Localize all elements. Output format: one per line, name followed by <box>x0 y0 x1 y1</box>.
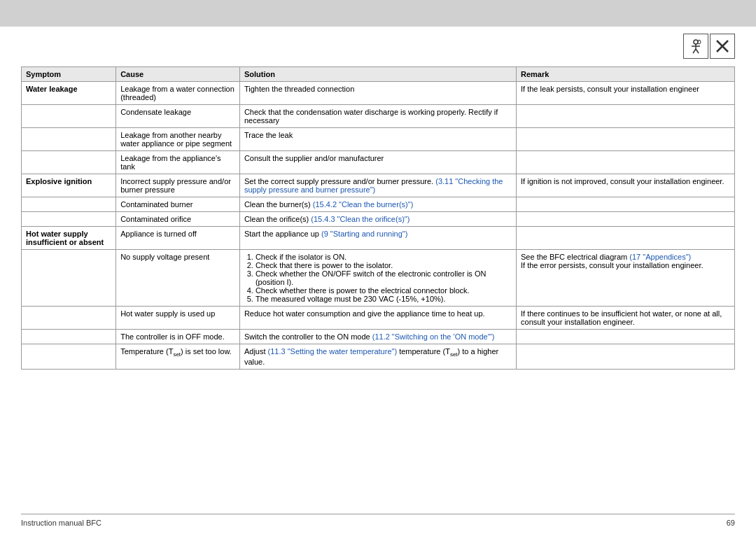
solution-cell: Trace the leak <box>239 128 516 151</box>
solution-cell: Consult the supplier and/or manufacturer <box>239 151 516 174</box>
solution-link[interactable]: (11.2 "Switching on the 'ON mode'") <box>372 332 495 341</box>
solution-cell: Check that the condensation water discha… <box>239 105 516 128</box>
table-row: Contaminated burner Clean the burner(s) … <box>22 197 735 212</box>
top-bar <box>0 0 756 27</box>
symptom-cell: Water leakage <box>22 82 116 105</box>
cause-cell: Appliance is turned off <box>116 227 240 250</box>
cause-cell: Leakage from a water connection (threade… <box>116 82 240 105</box>
table-row: Hot water supply is used up Reduce hot w… <box>22 307 735 330</box>
remark-cell <box>517 344 735 370</box>
solution-link[interactable]: (3.11 "Checking the supply pressure and … <box>244 177 503 194</box>
symptom-cell <box>22 128 116 151</box>
symptom-label: Water leakage <box>26 85 78 93</box>
solution-cell: Clean the burner(s) (15.4.2 "Clean the b… <box>239 197 516 212</box>
page-container: Symptom Cause Solution Remark Water leak… <box>0 0 756 534</box>
header-cause: Cause <box>116 67 240 82</box>
symptom-cell <box>22 344 116 370</box>
top-icons <box>683 34 735 59</box>
solution-cell: Clean the orifice(s) (15.4.3 "Clean the … <box>239 212 516 227</box>
remark-cell <box>517 197 735 212</box>
remark-cell: If there continues to be insufficient ho… <box>517 307 735 330</box>
remark-cell <box>517 128 735 151</box>
remark-link[interactable]: (17 "Appendices") <box>629 253 691 261</box>
solution-cell: Adjust (11.3 "Setting the water temperat… <box>239 344 516 370</box>
remark-cell: If ignition is not improved, consult you… <box>517 174 735 197</box>
remark-cell <box>517 212 735 227</box>
cause-cell: Condensate leakage <box>116 105 240 128</box>
solution-cell: Check if the isolator is ON. Check that … <box>239 250 516 307</box>
solution-link[interactable]: (9 "Starting and running") <box>321 230 407 238</box>
table-row: Water leakage Leakage from a water conne… <box>22 82 735 105</box>
svg-line-4 <box>693 49 696 53</box>
footer: Instruction manual BFC 69 <box>21 514 735 527</box>
symptom-cell <box>22 105 116 128</box>
symptom-cell <box>22 197 116 212</box>
tool-icon-box[interactable] <box>683 34 708 59</box>
remark-cell <box>517 330 735 344</box>
list-item: Check whether there is power to the elec… <box>255 286 512 295</box>
header-symptom: Symptom <box>22 67 116 82</box>
symptom-cell <box>22 250 116 307</box>
header-solution: Solution <box>239 67 516 82</box>
cause-cell: Contaminated burner <box>116 197 240 212</box>
tool-icon <box>687 37 705 55</box>
symptom-cell: Explosive ignition <box>22 174 116 197</box>
cause-cell: Temperature (Tset) is set too low. <box>116 344 240 370</box>
remark-cell <box>517 105 735 128</box>
table-row: Leakage from the appliance's tank Consul… <box>22 151 735 174</box>
cause-cell: Leakage from the appliance's tank <box>116 151 240 174</box>
table-row: Hot water supply insufficient or absent … <box>22 227 735 250</box>
header-remark: Remark <box>517 67 735 82</box>
solution-link[interactable]: (11.3 "Setting the water temperature") <box>268 347 398 356</box>
solution-cell: Switch the controller to the ON mode (11… <box>239 330 516 344</box>
cause-cell: No supply voltage present <box>116 250 240 307</box>
solution-link[interactable]: (15.4.2 "Clean the burner(s)") <box>313 200 414 209</box>
table-row: Contaminated orifice Clean the orifice(s… <box>22 212 735 227</box>
table-row: Explosive ignition Incorrect supply pres… <box>22 174 735 197</box>
list-item: Check if the isolator is ON. <box>255 253 512 261</box>
cause-cell: Hot water supply is used up <box>116 307 240 330</box>
symptom-cell <box>22 307 116 330</box>
svg-line-5 <box>696 49 699 53</box>
list-item: The measured voltage must be 230 VAC (-1… <box>255 295 512 303</box>
cause-cell: Incorrect supply pressure and/or burner … <box>116 174 240 197</box>
table-row: Temperature (Tset) is set too low. Adjus… <box>22 344 735 370</box>
list-item: Check that there is power to the isolato… <box>255 261 512 269</box>
close-icon-box[interactable] <box>710 34 735 59</box>
solution-cell: Start the appliance up (9 "Starting and … <box>239 227 516 250</box>
close-icon <box>713 37 732 55</box>
solution-cell: Reduce hot water consumption and give th… <box>239 307 516 330</box>
symptom-cell <box>22 151 116 174</box>
cause-cell: Leakage from another nearby water applia… <box>116 128 240 151</box>
remark-cell <box>517 227 735 250</box>
solution-link[interactable]: (15.4.3 "Clean the orifice(s)") <box>311 215 410 223</box>
table-row: Leakage from another nearby water applia… <box>22 128 735 151</box>
symptom-cell: Hot water supply insufficient or absent <box>22 227 116 250</box>
table-row: No supply voltage present Check if the i… <box>22 250 735 307</box>
list-item: Check whether the ON/OFF switch of the e… <box>255 269 512 286</box>
svg-point-1 <box>694 40 698 44</box>
footer-right: 69 <box>727 519 735 527</box>
symptom-label: Hot water supply insufficient or absent <box>26 230 104 246</box>
symptom-cell <box>22 330 116 344</box>
symptom-label: Explosive ignition <box>26 177 92 185</box>
table-row: Condensate leakage Check that the conden… <box>22 105 735 128</box>
remark-cell <box>517 151 735 174</box>
cause-cell: Contaminated orifice <box>116 212 240 227</box>
remark-cell: See the BFC electrical diagram (17 "Appe… <box>517 250 735 307</box>
solution-cell: Tighten the threaded connection <box>239 82 516 105</box>
troubleshooting-table: Symptom Cause Solution Remark Water leak… <box>21 66 735 370</box>
solution-cell: Set the correct supply pressure and/or b… <box>239 174 516 197</box>
cause-cell: The controller is in OFF mode. <box>116 330 240 344</box>
footer-left: Instruction manual BFC <box>21 519 102 527</box>
content-area: Symptom Cause Solution Remark Water leak… <box>21 66 735 499</box>
table-row: The controller is in OFF mode. Switch th… <box>22 330 735 344</box>
symptom-cell <box>22 212 116 227</box>
remark-cell: If the leak persists, consult your insta… <box>517 82 735 105</box>
